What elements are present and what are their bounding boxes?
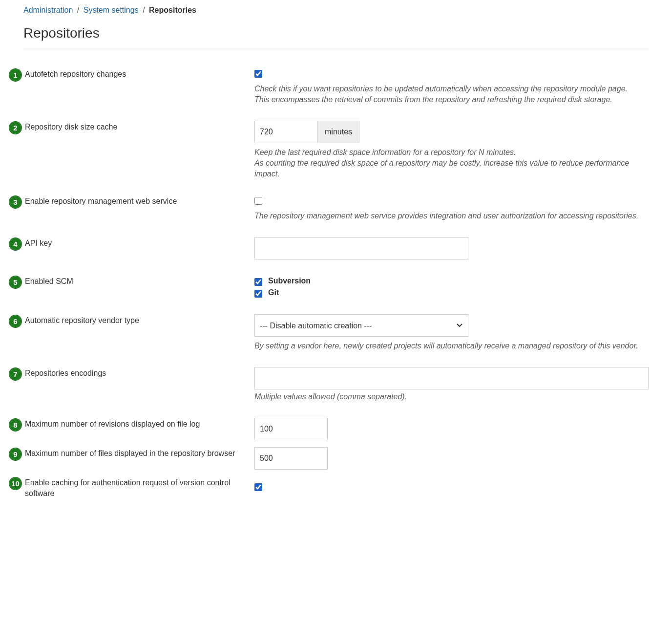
setting-row-disk-cache: 2 Repository disk size cache minutes Kee… [9, 121, 649, 179]
max-revisions-input[interactable] [254, 418, 328, 440]
setting-row-vendor-type: 6 Automatic repository vendor type --- D… [9, 314, 649, 351]
setting-row-max-files: 9 Maximum number of files displayed in t… [9, 447, 649, 470]
setting-label: Maximum number of files displayed in the… [25, 447, 235, 459]
breadcrumb-link-administration[interactable]: Administration [23, 6, 73, 14]
setting-hint: Multiple values allowed (comma separated… [254, 391, 649, 402]
encodings-input[interactable] [254, 367, 649, 389]
setting-hint: The repository management web service pr… [254, 211, 649, 221]
step-badge-2: 2 [9, 121, 22, 134]
scm-option-label: Subversion [268, 275, 311, 287]
setting-row-encodings: 7 Repositories encodings Multiple values… [9, 367, 649, 402]
setting-row-enabled-scm: 5 Enabled SCM Subversion Git [9, 275, 649, 299]
breadcrumb: Administration / System settings / Repos… [23, 5, 649, 16]
setting-row-max-revisions: 8 Maximum number of revisions displayed … [9, 418, 649, 440]
setting-label: Automatic repository vendor type [25, 314, 139, 326]
setting-label: Enable caching for authentication reques… [25, 476, 254, 499]
setting-row-enable-auth-cache: 10 Enable caching for authentication req… [9, 476, 649, 499]
setting-row-autofetch: 1 Autofetch repository changes Check thi… [9, 68, 649, 105]
setting-hint: Keep the last required disk space inform… [254, 147, 649, 179]
input-addon-unit: minutes [318, 121, 359, 143]
setting-row-enable-web-service: 3 Enable repository management web servi… [9, 195, 649, 221]
setting-hint: By setting a vendor here, newly created … [254, 341, 649, 351]
step-badge-3: 3 [9, 195, 22, 209]
step-badge-7: 7 [9, 367, 22, 381]
breadcrumb-link-system-settings[interactable]: System settings [84, 6, 139, 14]
setting-row-api-key: 4 API key [9, 237, 649, 259]
autofetch-checkbox[interactable] [254, 70, 262, 78]
setting-label: Autofetch repository changes [25, 68, 126, 80]
step-badge-5: 5 [9, 276, 22, 289]
setting-label: Enabled SCM [25, 275, 73, 287]
scm-option-label: Git [268, 287, 279, 299]
divider [23, 48, 649, 48]
setting-label: API key [25, 237, 52, 249]
setting-label: Enable repository management web service [25, 195, 177, 207]
scm-git-checkbox[interactable] [254, 290, 262, 298]
api-key-input[interactable] [254, 237, 468, 259]
setting-label: Repository disk size cache [25, 121, 117, 132]
step-badge-6: 6 [9, 315, 22, 328]
step-badge-8: 8 [9, 418, 22, 431]
step-badge-1: 1 [9, 68, 22, 82]
setting-label: Maximum number of revisions displayed on… [25, 418, 200, 430]
enable-auth-cache-checkbox[interactable] [254, 483, 262, 491]
breadcrumb-current: Repositories [149, 6, 196, 14]
step-badge-9: 9 [9, 448, 22, 461]
enable-web-service-checkbox[interactable] [254, 197, 262, 205]
breadcrumb-sep: / [75, 6, 81, 14]
page-title: Repositories [23, 25, 649, 41]
vendor-type-select[interactable]: --- Disable automatic creation --- [254, 314, 468, 337]
breadcrumb-sep: / [141, 6, 147, 14]
step-badge-4: 4 [9, 237, 22, 251]
step-badge-10: 10 [9, 477, 22, 490]
setting-label: Repositories encodings [25, 367, 106, 379]
max-files-input[interactable] [254, 447, 328, 470]
scm-subversion-checkbox[interactable] [254, 278, 262, 286]
disk-cache-minutes-input[interactable] [254, 121, 318, 143]
setting-hint: Check this if you want repositories to b… [254, 84, 649, 105]
